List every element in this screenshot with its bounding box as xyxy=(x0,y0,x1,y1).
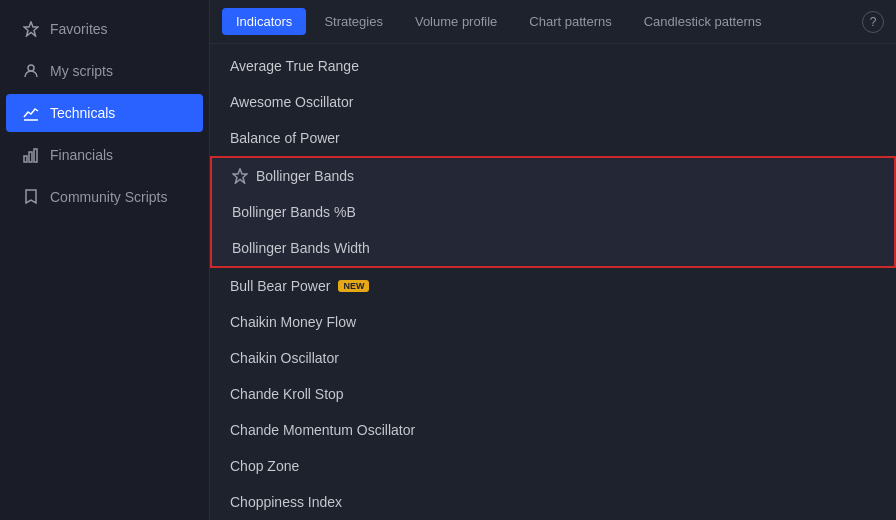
sidebar-item-favorites[interactable]: Favorites xyxy=(6,10,203,48)
svg-rect-4 xyxy=(29,152,32,162)
indicator-label: Chaikin Oscillator xyxy=(230,350,339,366)
indicator-label: Bollinger Bands Width xyxy=(232,240,370,256)
tabs-bar: Indicators Strategies Volume profile Cha… xyxy=(210,0,896,44)
sidebar: Favorites My scripts Technicals xyxy=(0,0,210,520)
indicator-item-bollinger-bands-b[interactable]: Bollinger Bands %B xyxy=(210,194,896,230)
indicator-label: Average True Range xyxy=(230,58,359,74)
tab-strategies[interactable]: Strategies xyxy=(310,8,397,35)
sidebar-item-financials-label: Financials xyxy=(50,147,113,163)
indicator-item-bull-bear-power[interactable]: Bull Bear Power NEW xyxy=(210,268,896,304)
technicals-icon xyxy=(22,104,40,122)
indicators-list: Average True Range Awesome Oscillator Ba… xyxy=(210,44,896,520)
sidebar-item-community-scripts-label: Community Scripts xyxy=(50,189,167,205)
indicator-item-awesome-oscillator[interactable]: Awesome Oscillator xyxy=(210,84,896,120)
indicator-label: Awesome Oscillator xyxy=(230,94,353,110)
tab-volume-profile[interactable]: Volume profile xyxy=(401,8,511,35)
indicator-label: Chande Kroll Stop xyxy=(230,386,344,402)
sidebar-item-my-scripts-label: My scripts xyxy=(50,63,113,79)
sidebar-item-technicals-label: Technicals xyxy=(50,105,115,121)
indicator-label: Chop Zone xyxy=(230,458,299,474)
indicator-item-chaikin-money-flow[interactable]: Chaikin Money Flow xyxy=(210,304,896,340)
indicator-item-chande-kroll-stop[interactable]: Chande Kroll Stop xyxy=(210,376,896,412)
svg-marker-0 xyxy=(24,22,38,36)
indicator-label: Balance of Power xyxy=(230,130,340,146)
new-badge: NEW xyxy=(338,280,369,292)
indicator-item-choppiness-index[interactable]: Choppiness Index xyxy=(210,484,896,520)
indicator-label: Bollinger Bands xyxy=(256,168,354,184)
star-icon-bollinger xyxy=(232,168,248,184)
user-icon xyxy=(22,62,40,80)
sidebar-item-technicals[interactable]: Technicals xyxy=(6,94,203,132)
community-icon xyxy=(22,188,40,206)
svg-rect-3 xyxy=(24,156,27,162)
financials-icon xyxy=(22,146,40,164)
indicator-item-average-true-range[interactable]: Average True Range xyxy=(210,48,896,84)
svg-point-1 xyxy=(28,65,34,71)
tab-candlestick-patterns[interactable]: Candlestick patterns xyxy=(630,8,776,35)
indicator-label: Bollinger Bands %B xyxy=(232,204,356,220)
star-icon xyxy=(22,20,40,38)
tab-indicators[interactable]: Indicators xyxy=(222,8,306,35)
sidebar-item-my-scripts[interactable]: My scripts xyxy=(6,52,203,90)
indicator-item-chop-zone[interactable]: Chop Zone xyxy=(210,448,896,484)
sidebar-item-community-scripts[interactable]: Community Scripts xyxy=(6,178,203,216)
tab-chart-patterns[interactable]: Chart patterns xyxy=(515,8,625,35)
indicator-item-balance-of-power[interactable]: Balance of Power xyxy=(210,120,896,156)
indicator-label: Choppiness Index xyxy=(230,494,342,510)
svg-rect-5 xyxy=(34,149,37,162)
sidebar-item-financials[interactable]: Financials xyxy=(6,136,203,174)
indicator-label: Chande Momentum Oscillator xyxy=(230,422,415,438)
help-button[interactable]: ? xyxy=(862,11,884,33)
indicator-item-chaikin-oscillator[interactable]: Chaikin Oscillator xyxy=(210,340,896,376)
svg-marker-6 xyxy=(233,169,247,183)
indicator-item-bollinger-bands[interactable]: Bollinger Bands xyxy=(210,156,896,194)
main-content: Indicators Strategies Volume profile Cha… xyxy=(210,0,896,520)
sidebar-item-favorites-label: Favorites xyxy=(50,21,108,37)
indicator-label: Chaikin Money Flow xyxy=(230,314,356,330)
indicator-label: Bull Bear Power xyxy=(230,278,330,294)
indicator-item-bollinger-bands-width[interactable]: Bollinger Bands Width xyxy=(210,230,896,268)
indicator-item-chande-momentum-oscillator[interactable]: Chande Momentum Oscillator xyxy=(210,412,896,448)
